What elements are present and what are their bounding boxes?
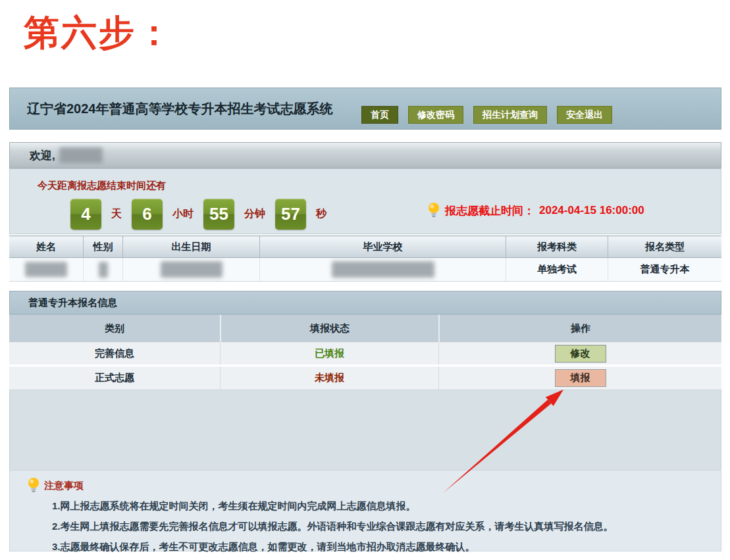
countdown-hours-value: 6 xyxy=(132,199,163,230)
note-item-3: 3.志愿最终确认保存后，考生不可更改志愿信息，如需更改，请到当地市招办取消志愿最… xyxy=(52,536,613,557)
nav-change-password-button[interactable]: 修改密码 xyxy=(408,106,463,124)
cell-operation-fill: 填报 xyxy=(438,367,721,390)
countdown-seconds-unit: 秒 xyxy=(315,207,328,221)
system-header-bar: 辽宁省2024年普通高等学校专升本招生考试志愿系统 首页 修改密码 招生计划查询… xyxy=(9,88,721,130)
note-item-2: 2.考生网上填报志愿需要先完善报名信息才可以填报志愿。外语语种和专业综合课跟志愿… xyxy=(52,516,613,536)
notes-header: 注意事项 xyxy=(27,477,84,494)
col-header-birthdate: 出生日期 xyxy=(122,236,259,257)
col-header-graduation-school: 毕业学校 xyxy=(259,236,506,257)
countdown-section: 今天距离报志愿结束时间还有 4 天 6 小时 55 分钟 57 秒 报志愿截止时… xyxy=(9,168,721,234)
countdown-days-value: 4 xyxy=(70,199,101,230)
countdown-hours-unit: 小时 xyxy=(171,207,195,221)
welcome-greeting: 欢迎, xyxy=(30,148,55,163)
col-header-operation: 操作 xyxy=(438,315,721,342)
redacted-school xyxy=(332,261,434,278)
step-heading: 第六步： xyxy=(24,9,174,57)
cell-operation-modify: 修改 xyxy=(438,342,721,365)
lightbulb-icon xyxy=(427,202,440,219)
note-item-1: 1.网上报志愿系统将在规定时间关闭，考生须在规定时间内完成网上志愿信息填报。 xyxy=(52,496,613,516)
cell-category-formal-volunteer: 正式志愿 xyxy=(9,367,220,390)
countdown-seconds-value: 57 xyxy=(275,199,306,230)
redacted-name xyxy=(25,262,67,277)
cell-graduation-school xyxy=(259,258,506,281)
registration-row-complete-info: 完善信息 已填报 修改 xyxy=(9,342,721,366)
registration-row-formal-volunteer: 正式志愿 未填报 填报 xyxy=(9,367,721,390)
deadline-label: 报志愿截止时间： xyxy=(445,203,534,218)
registration-section-title-bar: 普通专升本报名信息 xyxy=(9,291,721,315)
cell-birthdate xyxy=(122,258,259,281)
col-header-gender: 性别 xyxy=(83,236,122,257)
redacted-gender xyxy=(99,262,108,278)
cell-status-filled: 已填报 xyxy=(220,342,438,365)
col-header-name: 姓名 xyxy=(9,236,83,257)
student-table-header-row: 姓名 性别 出生日期 毕业学校 报考科类 报名类型 xyxy=(9,236,721,258)
nav-enrollment-plan-query-button[interactable]: 招生计划查询 xyxy=(473,106,547,124)
main-container: 辽宁省2024年普通高等学校专升本招生考试志愿系统 首页 修改密码 招生计划查询… xyxy=(9,88,721,551)
col-header-fill-status: 填报状态 xyxy=(220,315,438,342)
notes-list: 1.网上报志愿系统将在规定时间关闭，考生须在规定时间内完成网上志愿信息填报。 2… xyxy=(52,496,613,557)
deadline-notice: 报志愿截止时间： 2024-04-15 16:00:00 xyxy=(427,202,644,219)
cell-name xyxy=(9,258,83,281)
redacted-user-name xyxy=(59,147,103,163)
redacted-birthdate xyxy=(161,261,222,278)
cell-category-complete-info: 完善信息 xyxy=(9,342,220,365)
countdown-minutes-unit: 分钟 xyxy=(243,207,267,221)
lightbulb-icon xyxy=(27,477,40,494)
cell-registration-type: 普通专升本 xyxy=(608,258,721,281)
modify-button[interactable]: 修改 xyxy=(555,345,606,363)
cell-exam-category: 单独考试 xyxy=(506,258,608,281)
system-title: 辽宁省2024年普通高等学校专升本招生考试志愿系统 xyxy=(27,100,333,118)
cell-gender xyxy=(83,258,122,281)
nav-safe-logout-button[interactable]: 安全退出 xyxy=(557,106,612,124)
countdown-days-unit: 天 xyxy=(110,207,123,221)
fill-button[interactable]: 填报 xyxy=(555,369,606,387)
cell-status-unfilled: 未填报 xyxy=(220,367,438,390)
notes-title: 注意事项 xyxy=(44,480,84,492)
student-table-data-row: 单独考试 普通专升本 xyxy=(9,258,721,282)
empty-area xyxy=(9,390,721,470)
notes-section: 注意事项 1.网上报志愿系统将在规定时间关闭，考生须在规定时间内完成网上志愿信息… xyxy=(9,470,721,551)
registration-section-title: 普通专升本报名信息 xyxy=(28,297,117,309)
nav-menu: 首页 修改密码 招生计划查询 安全退出 xyxy=(361,106,612,124)
welcome-bar: 欢迎, xyxy=(9,142,721,168)
student-info-table: 姓名 性别 出生日期 毕业学校 报考科类 报名类型 单独考试 普通专升本 xyxy=(9,236,721,282)
registration-table-header-row: 类别 填报状态 操作 xyxy=(9,315,721,342)
countdown-timer: 4 天 6 小时 55 分钟 57 秒 xyxy=(70,199,328,230)
countdown-label: 今天距离报志愿结束时间还有 xyxy=(38,180,166,192)
deadline-value: 2024-04-15 16:00:00 xyxy=(539,204,644,217)
countdown-minutes-value: 55 xyxy=(203,199,234,230)
col-header-category: 类别 xyxy=(9,315,220,342)
nav-home-button[interactable]: 首页 xyxy=(361,106,398,124)
col-header-registration-type: 报名类型 xyxy=(608,236,721,257)
col-header-exam-category: 报考科类 xyxy=(506,236,608,257)
